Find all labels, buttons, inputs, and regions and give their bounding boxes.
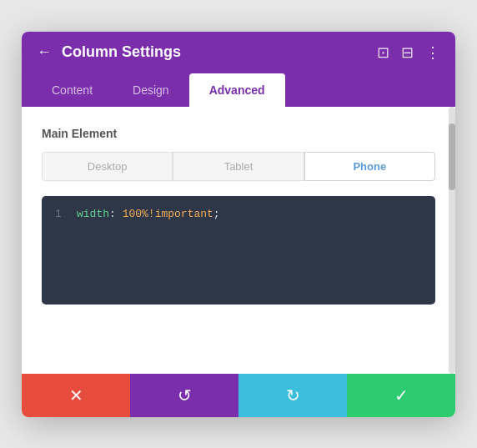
line-number: 1 xyxy=(55,208,63,220)
code-editor[interactable]: 1 width: 100%!important; xyxy=(42,196,435,305)
confirm-button[interactable]: ✓ xyxy=(347,374,455,417)
tab-content[interactable]: Content xyxy=(32,73,113,107)
header-icons: ⊡ ⊟ ⋮ xyxy=(377,43,440,62)
header-left: ← Column Settings xyxy=(37,43,181,61)
css-semicolon: ; xyxy=(213,208,220,220)
redo-button[interactable]: ↻ xyxy=(238,374,347,417)
css-colon: : xyxy=(109,208,123,220)
panel-title: Column Settings xyxy=(62,43,181,61)
target-icon[interactable]: ⊡ xyxy=(377,43,389,62)
content-area: Main Element Desktop Tablet Phone 1 widt… xyxy=(22,107,455,374)
code-content: width: 100%!important; xyxy=(77,208,220,220)
code-line-1: 1 width: 100%!important; xyxy=(55,208,422,220)
cancel-button[interactable]: ✕ xyxy=(22,374,130,417)
scrollbar[interactable] xyxy=(449,107,455,374)
device-tab-phone[interactable]: Phone xyxy=(304,152,435,181)
footer-bar: ✕ ↺ ↻ ✓ xyxy=(22,374,455,417)
back-icon[interactable]: ← xyxy=(37,43,52,61)
device-tab-tablet[interactable]: Tablet xyxy=(173,152,304,181)
tab-bar: Content Design Advanced xyxy=(22,73,455,107)
tab-design[interactable]: Design xyxy=(113,73,189,107)
undo-button[interactable]: ↺ xyxy=(130,374,238,417)
column-settings-panel: ← Column Settings ⊡ ⊟ ⋮ Content Design A… xyxy=(22,32,455,417)
section-title: Main Element xyxy=(42,127,435,140)
more-icon[interactable]: ⋮ xyxy=(425,43,440,62)
scrollbar-thumb[interactable] xyxy=(449,123,455,190)
css-value: 100%!important xyxy=(123,208,213,220)
split-icon[interactable]: ⊟ xyxy=(401,43,414,62)
css-property: width xyxy=(77,208,109,220)
panel-header: ← Column Settings ⊡ ⊟ ⋮ xyxy=(22,32,455,73)
device-tab-desktop[interactable]: Desktop xyxy=(42,152,173,181)
device-tab-bar: Desktop Tablet Phone xyxy=(42,152,435,181)
tab-advanced[interactable]: Advanced xyxy=(189,73,285,107)
